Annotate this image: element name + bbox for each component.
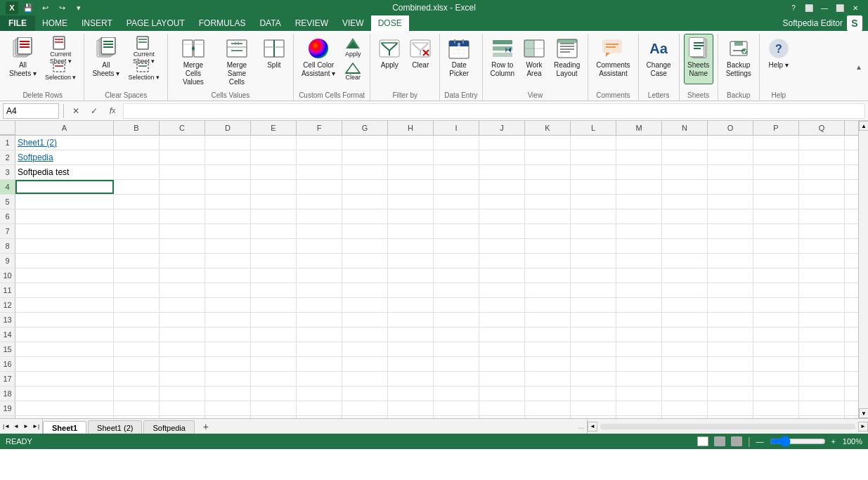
col-header-P[interactable]: P [753,121,799,135]
cell-C14[interactable] [160,327,205,342]
cell-I3[interactable] [434,165,479,179]
row-number-1[interactable]: 1 [0,136,15,150]
cell-D17[interactable] [205,372,251,386]
cell-A11[interactable] [15,283,114,297]
cell-M7[interactable] [616,224,662,238]
cell-P4[interactable] [753,180,799,194]
row-number-4[interactable]: 4 [0,180,15,194]
scroll-up-button[interactable]: ▲ [859,121,868,131]
cell-I10[interactable] [434,268,479,283]
cell-M17[interactable] [616,372,662,386]
cell-L10[interactable] [571,268,616,283]
work-area-button[interactable]: WorkArea [519,34,549,84]
cell-I17[interactable] [434,372,479,386]
cell-N9[interactable] [662,254,708,268]
cell-J4[interactable] [479,180,525,194]
col-header-B[interactable]: B [114,121,160,135]
cell-M10[interactable] [616,268,662,283]
cell-A13[interactable] [15,313,114,327]
insert-function-button[interactable]: fx [105,103,120,119]
cell-E12[interactable] [251,298,297,312]
vertical-scrollbar[interactable]: ▲ ▼ [858,121,868,418]
undo-qa-button[interactable]: ↩ [38,1,52,15]
cell-N5[interactable] [662,195,708,209]
selection-clear-button[interactable]: Selection ▾ [124,60,163,81]
cell-P14[interactable] [753,327,799,342]
cell-A3[interactable]: Softpedia test [15,165,114,179]
cell-Q6[interactable] [799,209,845,223]
cell-L19[interactable] [571,401,616,415]
cell-J7[interactable] [479,224,525,238]
cell-O18[interactable] [708,387,753,401]
sheet-tab-softpedia[interactable]: Softpedia [143,420,194,434]
cell-A19[interactable] [15,401,114,415]
cell-B10[interactable] [114,268,160,283]
data-menu-item[interactable]: DATA [252,15,287,31]
cell-P16[interactable] [753,357,799,371]
cell-N2[interactable] [662,150,708,164]
cell-I2[interactable] [434,150,479,164]
cell-Q2[interactable] [799,150,845,164]
cell-D5[interactable] [205,195,251,209]
cell-C15[interactable] [160,342,205,356]
cell-L4[interactable] [571,180,616,194]
change-case-button[interactable]: Aa ChangeCase [643,34,675,84]
close-button[interactable]: ✕ [848,3,862,13]
col-header-I[interactable]: I [434,121,479,135]
row-number-12[interactable]: 12 [0,298,15,312]
cell-N1[interactable] [662,136,708,150]
cell-G10[interactable] [342,268,388,283]
row-number-2[interactable]: 2 [0,150,15,164]
cell-Q12[interactable] [799,298,845,312]
home-menu-item[interactable]: HOME [35,15,75,31]
cell-D2[interactable] [205,150,251,164]
cell-B16[interactable] [114,357,160,371]
cell-F17[interactable] [297,372,342,386]
cell-F14[interactable] [297,327,342,342]
cell-H14[interactable] [388,327,434,342]
cell-B17[interactable] [114,372,160,386]
merge-same-cells-button[interactable]: MergeSame Cells [216,34,258,84]
cell-G12[interactable] [342,298,388,312]
customize-qa-button[interactable]: ▾ [72,1,86,15]
cell-N10[interactable] [662,268,708,283]
cell-Q15[interactable] [799,342,845,356]
col-header-F[interactable]: F [297,121,342,135]
cell-K13[interactable] [525,313,571,327]
cell-G9[interactable] [342,254,388,268]
cell-E16[interactable] [251,357,297,371]
cell-B12[interactable] [114,298,160,312]
horizontal-scrollbar[interactable]: ◄ ► [587,419,868,434]
cell-J1[interactable] [479,136,525,150]
col-header-D[interactable]: D [205,121,251,135]
cell-I20[interactable] [434,416,479,418]
cell-C3[interactable] [160,165,205,179]
cell-O9[interactable] [708,254,753,268]
cell-A20[interactable] [15,416,114,418]
cell-J16[interactable] [479,357,525,371]
cell-M20[interactable] [616,416,662,418]
ribbon-display-button[interactable]: ⬜ [802,3,816,13]
cell-O14[interactable] [708,327,753,342]
cell-A9[interactable] [15,254,114,268]
cell-J11[interactable] [479,283,525,297]
cell-F20[interactable] [297,416,342,418]
cell-C13[interactable] [160,313,205,327]
cell-B13[interactable] [114,313,160,327]
cell-M18[interactable] [616,387,662,401]
cell-A15[interactable] [15,342,114,356]
maximize-button[interactable]: ⬜ [833,3,847,13]
cell-I14[interactable] [434,327,479,342]
cell-L16[interactable] [571,357,616,371]
cell-B15[interactable] [114,342,160,356]
cell-P2[interactable] [753,150,799,164]
cell-F18[interactable] [297,387,342,401]
cell-G19[interactable] [342,401,388,415]
cell-N13[interactable] [662,313,708,327]
cell-I19[interactable] [434,401,479,415]
cell-O8[interactable] [708,239,753,253]
cell-H11[interactable] [388,283,434,297]
cell-D10[interactable] [205,268,251,283]
cell-O12[interactable] [708,298,753,312]
cell-J8[interactable] [479,239,525,253]
